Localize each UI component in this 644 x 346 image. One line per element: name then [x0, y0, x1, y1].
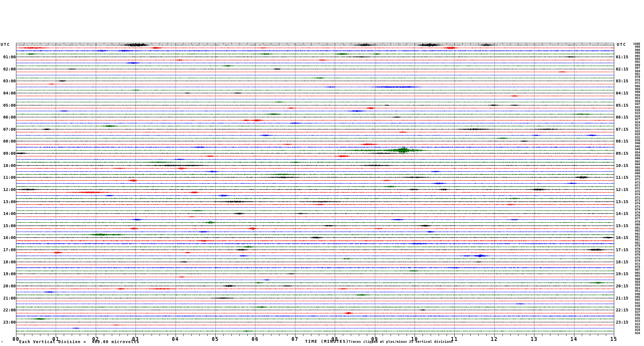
x-axis-tick-label: 00 — [12, 336, 20, 342]
right-time-label: 22:15 — [616, 308, 628, 312]
left-time-label: 15:00 — [3, 223, 15, 228]
left-time-label: 21:00 — [3, 295, 15, 300]
x-axis-tick-label: 14 — [571, 336, 578, 342]
utc-right-label: UTC — [617, 42, 626, 47]
left-time-label: 13:00 — [3, 199, 15, 204]
right-time-label: 06:15 — [616, 115, 628, 119]
trace-scale-number: 926 — [631, 332, 640, 335]
left-time-label: 03:00 — [3, 78, 15, 83]
right-time-label: 13:15 — [616, 199, 628, 204]
right-time-label: 23:15 — [616, 319, 628, 324]
left-time-label: 09:00 — [3, 151, 15, 156]
x-axis-tick-label: 13 — [531, 336, 538, 342]
left-time-label: 11:00 — [3, 175, 15, 180]
left-time-label: 17:00 — [3, 247, 15, 252]
right-time-label: 14:15 — [616, 211, 628, 216]
right-time-label: 18:15 — [616, 259, 628, 264]
left-time-label: 20:00 — [3, 283, 15, 288]
x-axis-title: TIME (MINUTES) — [305, 339, 349, 344]
right-time-label: 16:15 — [616, 235, 628, 240]
right-time-label: 03:15 — [616, 78, 628, 83]
right-time-label: 21:15 — [616, 295, 628, 300]
right-time-label: 01:15 — [616, 54, 628, 59]
right-time-label: 19:15 — [616, 271, 628, 276]
right-time-label: 10:15 — [616, 163, 628, 168]
corner-artifact-mark: m — [1, 340, 3, 343]
left-time-label: 19:00 — [3, 271, 15, 276]
seismogram-trace-canvas — [0, 0, 644, 346]
utc-left-label: UTC — [1, 42, 10, 47]
helicorder-page: P atras S eismology L ab Feb21,2026 LTHK… — [0, 0, 644, 346]
right-time-label: 08:15 — [616, 139, 628, 144]
clip-note: Traces clipped at plus/minus 25 vertical… — [349, 340, 453, 343]
left-time-label: 16:00 — [3, 235, 15, 240]
left-time-label: 04:00 — [3, 90, 15, 95]
left-time-label: 22:00 — [3, 308, 15, 312]
right-time-label: 11:15 — [616, 175, 628, 180]
left-time-label: 08:00 — [3, 139, 15, 144]
x-axis-tick-label: 05 — [212, 336, 219, 342]
left-time-label: 07:00 — [3, 127, 15, 131]
left-time-label: 02:00 — [3, 66, 15, 71]
right-time-label: 02:15 — [616, 66, 628, 71]
left-time-label: 23:00 — [3, 319, 15, 324]
left-time-label: 01:00 — [3, 54, 15, 59]
right-time-label: 12:15 — [616, 187, 628, 192]
right-time-label: 05:15 — [616, 103, 628, 107]
right-time-label: 07:15 — [616, 127, 628, 131]
right-time-label: 20:15 — [616, 283, 628, 288]
x-axis-tick-label: 12 — [491, 336, 498, 342]
x-axis-tick-label: 07 — [292, 336, 299, 342]
left-time-label: 05:00 — [3, 103, 15, 107]
x-axis-tick-label: 04 — [172, 336, 179, 342]
right-time-label: 04:15 — [616, 90, 628, 95]
left-time-label: 10:00 — [3, 163, 15, 168]
x-axis-tick-label: 06 — [252, 336, 259, 342]
right-time-label: 09:15 — [616, 151, 628, 156]
left-time-label: 14:00 — [3, 211, 15, 216]
left-time-label: 18:00 — [3, 259, 15, 264]
right-time-label: 15:15 — [616, 223, 628, 228]
right-time-label: 17:15 — [616, 247, 628, 252]
x-axis-tick-label: 15 — [610, 336, 617, 342]
scale-note: Each Vertical Division = 400.00 microvol… — [19, 340, 139, 344]
left-time-label: 06:00 — [3, 115, 15, 119]
left-time-label: 12:00 — [3, 187, 15, 192]
